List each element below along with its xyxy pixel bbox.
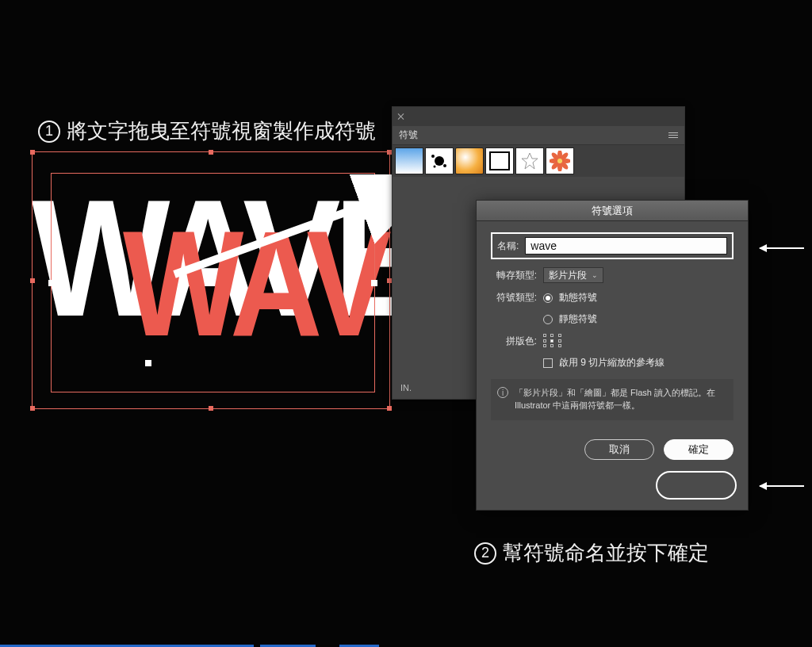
info-text: 「影片片段」和「繪圖」都是 Flash 讀入的標記。在 Illustrator … — [515, 388, 715, 410]
close-icon[interactable] — [397, 113, 405, 121]
panel-tab-symbols[interactable]: 符號 — [399, 128, 418, 142]
selection-bounding-box-inner[interactable] — [51, 173, 375, 392]
svg-point-1 — [435, 156, 444, 166]
chevron-down-icon: ⌄ — [592, 271, 598, 279]
radio-dynamic-label: 動態符號 — [559, 291, 597, 304]
name-field-highlight: 名稱: — [491, 232, 733, 259]
symbol-swatch-gradient[interactable] — [395, 147, 423, 174]
panel-header[interactable] — [393, 107, 684, 126]
cancel-button[interactable]: 取消 — [584, 439, 654, 460]
symbol-type-label: 符號類型: — [491, 291, 537, 304]
instruction-step-2: 2 幫符號命名並按下確定 — [474, 539, 709, 567]
panel-footer-label: IN. — [400, 383, 412, 392]
svg-point-2 — [431, 155, 435, 158]
step-number-1: 1 — [38, 121, 60, 143]
instruction-step-1: 1 將文字拖曳至符號視窗製作成符號 — [38, 117, 376, 145]
name-label: 名稱: — [497, 239, 519, 253]
export-type-label: 轉存類型: — [491, 269, 537, 282]
svg-marker-5 — [522, 153, 538, 169]
svg-point-14 — [557, 159, 562, 163]
dialog-title: 符號選項 — [477, 201, 748, 221]
nine-slice-checkbox[interactable] — [543, 358, 553, 368]
radio-static-symbol[interactable] — [543, 315, 553, 324]
registration-grid[interactable] — [543, 334, 564, 348]
export-type-select[interactable]: 影片片段 ⌄ — [543, 267, 603, 283]
panel-tabs: 符號 — [393, 126, 684, 145]
symbol-swatch-ring[interactable] — [515, 147, 544, 174]
symbol-swatch-ink[interactable] — [425, 147, 454, 174]
symbol-options-dialog: 符號選項 名稱: 轉存類型: 影片片段 ⌄ 符號類型: 動態符號 靜態符號 拼版 — [476, 200, 749, 511]
callout-arrow-ok — [760, 485, 804, 487]
symbol-swatches-row — [393, 145, 684, 177]
symbol-name-input[interactable] — [525, 237, 727, 255]
radio-static-label: 靜態符號 — [559, 312, 597, 326]
registration-label: 拼版色: — [491, 335, 537, 348]
symbol-swatch-flower[interactable] — [546, 147, 574, 174]
step-number-2: 2 — [474, 542, 496, 565]
callout-arrow-name — [760, 247, 804, 249]
info-box: i 「影片片段」和「繪圖」都是 Flash 讀入的標記。在 Illustrato… — [491, 379, 733, 420]
svg-point-3 — [443, 164, 446, 167]
nine-slice-label: 啟用 9 切片縮放的參考線 — [559, 356, 665, 369]
step-1-text: 將文字拖曳至符號視窗製作成符號 — [67, 117, 376, 145]
panel-menu-icon[interactable] — [668, 132, 678, 138]
symbol-swatch-orange-orb[interactable] — [455, 147, 484, 174]
symbol-swatch-frame[interactable] — [485, 147, 514, 174]
ok-button[interactable]: 確定 — [664, 439, 733, 460]
step-2-text: 幫符號命名並按下確定 — [503, 539, 709, 567]
svg-point-4 — [434, 166, 436, 168]
info-icon: i — [497, 387, 508, 398]
radio-dynamic-symbol[interactable] — [543, 293, 553, 303]
